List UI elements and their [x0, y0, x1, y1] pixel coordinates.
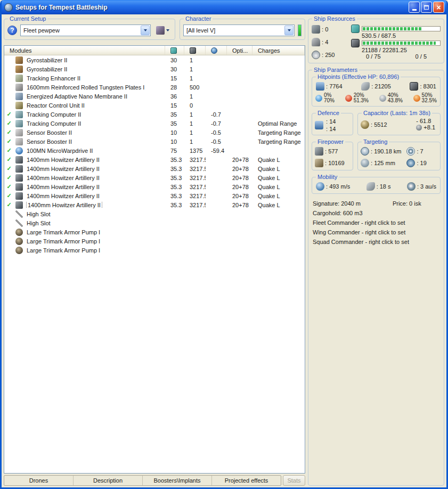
help-button[interactable]: ?: [7, 26, 17, 35]
cell-opti: 20+78: [227, 166, 252, 172]
modules-body: Gyrostabilizer II 30 1 Gyrostabilizer II…: [4, 55, 305, 473]
module-row[interactable]: Large Trimark Armor Pump I: [4, 227, 305, 237]
sensor-booster-icon: [15, 129, 23, 136]
character-dropdown-button[interactable]: [284, 26, 294, 35]
module-row[interactable]: ✓ 1400mm Howitzer Artillery II 35.3 3217…: [4, 200, 305, 209]
minimize-button[interactable]: [409, 2, 420, 13]
artillery-icon: [15, 201, 23, 209]
module-row[interactable]: ✓ Tracking Computer II 35 1 -0.7 Optimal…: [4, 119, 305, 128]
tab-projected-effects[interactable]: Projected effects: [212, 476, 281, 485]
resist-entry: 40% 43.8%: [379, 93, 403, 103]
hitpoints-label: Hitpoints (Effective HP: 60,896): [316, 74, 401, 80]
module-row[interactable]: Large Trimark Armor Pump I: [4, 246, 305, 255]
tracking-computer-icon: [15, 111, 23, 118]
cell-pg: 3217.5: [184, 184, 206, 190]
ship-resources-label: Ship Resources: [312, 17, 357, 22]
em-resist-icon: [315, 95, 322, 102]
cpu-icon: [351, 25, 360, 33]
module-row[interactable]: Large Trimark Armor Pump I: [4, 237, 305, 246]
module-name: 1400mm Howitzer Artillery II: [27, 193, 100, 199]
module-row[interactable]: ✓ Tracking Computer II 35 1 -0.7: [4, 110, 305, 119]
module-row[interactable]: Tracking Enhancer II 15 1: [4, 74, 305, 83]
module-row[interactable]: ✓ 1400mm Howitzer Artillery II 35.3 3217…: [4, 155, 305, 164]
capacitor-column-icon: [211, 47, 217, 54]
modules-list: Modules Opti... Charges Gyrostabilizer I…: [4, 45, 305, 474]
module-row[interactable]: Gyrostabilizer II 30 1: [4, 64, 305, 74]
defence-label: Defence: [316, 110, 341, 116]
module-row[interactable]: ✓ 1400mm Howitzer Artillery II 35.3 3217…: [4, 182, 305, 191]
turret-hardpoints-value: 0: [322, 26, 328, 32]
active-check: ✓: [4, 165, 14, 172]
tab-drones[interactable]: Drones: [4, 476, 74, 485]
module-row[interactable]: Reactor Control Unit II 15 0: [4, 101, 305, 110]
module-name: Tracking Computer II: [27, 111, 81, 118]
active-check: ✓: [4, 111, 14, 118]
column-capacitor[interactable]: [206, 46, 227, 55]
column-powergrid[interactable]: [184, 46, 206, 55]
fleet-commander-text[interactable]: Fleet Commander - right click to set: [313, 219, 439, 226]
module-row[interactable]: ✓ 100MN MicroWarpdrive II 75 1375 -59.4: [4, 146, 305, 155]
column-charges[interactable]: Charges: [252, 46, 305, 55]
cell-opti: 20+78: [227, 202, 252, 208]
squad-commander-text[interactable]: Squad Commander - right click to set: [313, 239, 439, 245]
tools-icon: [156, 26, 165, 35]
cell-pg: 3217.5: [184, 157, 206, 163]
module-row[interactable]: High Slot: [4, 218, 305, 227]
active-check: ✓: [4, 120, 14, 127]
cell-cpu: 10: [165, 138, 184, 145]
powergrid-bar: [362, 40, 441, 46]
tab-boosters-implants[interactable]: Boosters\Implants: [143, 476, 212, 485]
capacitor-panel: Capacitor (Lasts: 1m 38s) 5512 - 61.8 +8…: [357, 113, 441, 135]
resist-entry: 50% 32.5%: [413, 93, 437, 103]
setup-select[interactable]: Fleet pewpew: [20, 25, 151, 36]
targeting-panel: Targeting 190.18 km 7 125 mm 19: [357, 142, 441, 170]
launcher-hardpoints-icon: [312, 38, 320, 46]
module-name: Tracking Enhancer II: [27, 75, 80, 82]
setup-tools-button[interactable]: [154, 25, 172, 36]
module-row[interactable]: 1600mm Reinforced Rolled Tungsten Plates…: [4, 83, 305, 92]
price-text: Price: 0 isk: [393, 200, 421, 207]
module-row[interactable]: Energized Adaptive Nano Membrane II 36 1: [4, 92, 305, 101]
module-row[interactable]: ✓ Sensor Booster II 10 1 -0.5 Targeting …: [4, 137, 305, 146]
active-check: ✓: [4, 156, 14, 163]
module-row[interactable]: Gyrostabilizer II 30 1: [4, 55, 305, 64]
maximize-button[interactable]: [421, 2, 432, 13]
stats-button[interactable]: Stats: [283, 475, 305, 486]
module-row[interactable]: ✓ Sensor Booster II 10 1 -0.5 Targeting …: [4, 128, 305, 137]
ship-resources-panel: Ship Resources 0 4 250 530.5 / 687.5: [308, 19, 444, 63]
column-cpu[interactable]: [165, 46, 184, 55]
setup-selected-value: Fleet pewpew: [23, 27, 139, 34]
module-row[interactable]: ✓ 1400mm Howitzer Artillery II 35.3 3217…: [4, 164, 305, 173]
close-button[interactable]: ×: [433, 2, 444, 13]
powergrid-icon: [351, 39, 360, 47]
microwarpdrive-icon: [15, 147, 23, 154]
modules-header: Modules Opti... Charges: [4, 46, 305, 55]
tab-description[interactable]: Description: [74, 476, 143, 485]
module-name: 100MN MicroWarpdrive II: [27, 148, 93, 154]
wing-commander-text[interactable]: Wing Commander - right click to set: [313, 229, 439, 235]
module-name: High Slot: [27, 211, 51, 217]
setup-dropdown-button[interactable]: [141, 26, 150, 35]
column-modules[interactable]: Modules: [4, 46, 165, 55]
cell-pg: 1375: [184, 148, 206, 154]
sensor-booster-icon: [15, 138, 23, 145]
mobility-label: Mobility: [316, 174, 339, 180]
calibration-value: 250: [322, 52, 335, 58]
capacitor-label: Capacitor (Lasts: 1m 38s): [362, 110, 432, 116]
gyrostabilizer-icon: [15, 56, 23, 64]
armor-hp-value: 21205: [371, 83, 391, 89]
cell-cpu: 35.3: [165, 175, 184, 181]
reactor-control-icon: [15, 102, 23, 109]
module-row[interactable]: High Slot: [4, 209, 305, 218]
nano-membrane-icon: [15, 93, 23, 100]
module-name: 1400mm Howitzer Artillery II: [27, 184, 100, 190]
character-select[interactable]: [All level V]: [183, 25, 295, 36]
artillery-icon: [15, 192, 23, 200]
module-name: Gyrostabilizer II: [27, 66, 67, 72]
module-name: Tracking Computer II: [27, 120, 81, 127]
artillery-icon: [15, 183, 23, 191]
module-row[interactable]: ✓ 1400mm Howitzer Artillery II 35.3 3217…: [4, 191, 305, 200]
column-optimal[interactable]: Opti...: [227, 46, 252, 55]
module-row[interactable]: ✓ 1400mm Howitzer Artillery II 35.3 3217…: [4, 173, 305, 182]
volley-icon: [315, 159, 323, 167]
